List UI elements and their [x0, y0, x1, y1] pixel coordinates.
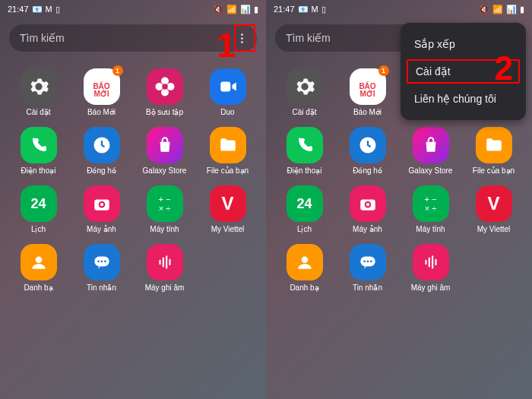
- app-label: Galaxy Store: [143, 166, 187, 175]
- svg-point-2: [155, 83, 163, 90]
- app-flower[interactable]: Bộ sưu tập: [135, 68, 194, 116]
- status-right: 🔇📶📊▮: [213, 5, 258, 14]
- svg-rect-35: [428, 258, 429, 268]
- app-label: Báo Mới: [353, 108, 382, 116]
- app-contacts[interactable]: Danh bạ: [275, 244, 334, 292]
- app-label: Đồng hồ: [87, 166, 116, 175]
- viettel-icon: V: [476, 185, 512, 222]
- app-phone[interactable]: Điện thoại: [9, 127, 68, 175]
- svg-point-0: [161, 78, 169, 85]
- app-store[interactable]: Galaxy Store: [135, 127, 194, 175]
- files-icon: [476, 127, 512, 163]
- svg-point-32: [366, 261, 369, 263]
- app-label: Galaxy Store: [409, 166, 453, 175]
- app-baomoi[interactable]: BÁO MỚI1Báo Mới: [72, 68, 131, 116]
- app-label: Máy tính: [416, 225, 445, 233]
- camera-icon: [350, 185, 386, 222]
- app-label: Điện thoại: [287, 166, 322, 175]
- app-label: Máy ảnh: [353, 225, 382, 233]
- screen-left: 21:47 📧M▯ 🔇📶📊▮ Tìm kiếm 1 Cài đặtBÁO MỚI…: [0, 0, 266, 399]
- app-clock[interactable]: Đồng hồ: [338, 127, 397, 175]
- app-viettel[interactable]: VMy Viettel: [464, 185, 523, 233]
- app-phone[interactable]: Điện thoại: [275, 127, 334, 175]
- app-msg[interactable]: Tin nhắn: [338, 244, 397, 292]
- annotation-number-2: 2: [495, 49, 513, 87]
- menu-item-contact[interactable]: Liên hệ chúng tôi: [401, 85, 526, 112]
- app-label: Cài đặt: [26, 108, 50, 116]
- status-bar: 21:47 📧M▯ 🔇📶📊▮: [0, 0, 266, 18]
- flower-icon: [147, 68, 183, 105]
- app-gear[interactable]: Cài đặt: [9, 68, 68, 116]
- app-label: My Viettel: [211, 225, 245, 233]
- svg-point-28: [366, 203, 369, 206]
- app-calc[interactable]: + −× ÷Máy tính: [135, 185, 194, 233]
- app-label: Tin nhắn: [353, 283, 382, 292]
- svg-point-3: [166, 83, 174, 90]
- status-left: 21:47 📧M▯: [8, 5, 60, 14]
- app-label: File của bạn: [207, 166, 249, 175]
- svg-rect-16: [162, 258, 163, 268]
- app-label: Bộ sưu tập: [146, 108, 183, 116]
- app-voice[interactable]: Máy ghi âm: [401, 244, 460, 292]
- svg-point-1: [161, 89, 169, 97]
- svg-point-31: [363, 261, 366, 263]
- annotation-number-1: 1: [217, 27, 236, 65]
- cal-icon: 24: [21, 185, 57, 222]
- app-duo[interactable]: Duo: [198, 68, 257, 116]
- app-files[interactable]: File của bạn: [198, 127, 257, 175]
- notification-badge: 1: [378, 65, 389, 76]
- app-voice[interactable]: Máy ghi âm: [135, 244, 194, 292]
- app-gear[interactable]: Cài đặt: [275, 68, 334, 116]
- search-placeholder: Tìm kiếm: [20, 32, 238, 44]
- msg-icon: [84, 244, 120, 280]
- annotation-highlight-more: [234, 24, 255, 52]
- app-grid: Cài đặtBÁO MỚI1Báo MớiBộ sưu tậpDuoĐiện …: [0, 58, 266, 302]
- calc-icon: + −× ÷: [147, 185, 183, 222]
- status-bar: 21:47 📧M▯ 🔇📶📊▮: [266, 0, 532, 18]
- app-viettel[interactable]: VMy Viettel: [198, 185, 257, 233]
- calc-icon: + −× ÷: [413, 185, 449, 222]
- app-label: Lịch: [31, 225, 46, 233]
- app-msg[interactable]: Tin nhắn: [72, 244, 131, 292]
- app-clock[interactable]: Đồng hồ: [72, 127, 131, 175]
- svg-rect-18: [169, 259, 170, 266]
- gear-icon: [287, 68, 323, 105]
- app-store[interactable]: Galaxy Store: [401, 127, 460, 175]
- app-label: Máy ghi âm: [145, 283, 185, 292]
- gear-icon: [21, 68, 57, 105]
- app-label: Duo: [220, 108, 234, 116]
- contacts-icon: [21, 244, 57, 280]
- svg-rect-17: [166, 255, 167, 268]
- svg-point-33: [370, 261, 372, 263]
- app-label: Tin nhắn: [87, 283, 116, 292]
- files-icon: [210, 127, 246, 163]
- notification-badge: 1: [112, 65, 123, 76]
- app-contacts[interactable]: Danh bạ: [9, 244, 68, 292]
- time: 21:47: [274, 5, 295, 14]
- app-baomoi[interactable]: BÁO MỚI1Báo Mới: [338, 68, 397, 116]
- baomoi-icon: BÁO MỚI1: [350, 68, 386, 105]
- app-files[interactable]: File của bạn: [464, 127, 523, 175]
- app-calc[interactable]: + −× ÷Máy tính: [401, 185, 460, 233]
- camera-icon: [84, 185, 120, 222]
- status-right: 🔇📶📊▮: [479, 5, 524, 14]
- app-cal[interactable]: 24Lịch: [9, 185, 68, 233]
- msg-icon: [350, 244, 386, 280]
- duo-icon: [210, 68, 246, 105]
- app-label: File của bạn: [473, 166, 515, 175]
- contacts-icon: [287, 244, 323, 280]
- app-label: My Viettel: [477, 225, 511, 233]
- clock-icon: [350, 127, 386, 163]
- app-label: Lịch: [297, 225, 312, 233]
- store-icon: [147, 127, 183, 163]
- app-camera[interactable]: Máy ảnh: [72, 185, 131, 233]
- svg-point-9: [100, 203, 103, 206]
- phone-icon: [21, 127, 57, 163]
- baomoi-icon: BÁO MỚI1: [84, 68, 120, 105]
- app-label: Danh bạ: [290, 283, 318, 292]
- app-camera[interactable]: Máy ảnh: [338, 185, 397, 233]
- app-cal[interactable]: 24Lịch: [275, 185, 334, 233]
- svg-rect-34: [425, 260, 426, 265]
- svg-point-10: [35, 256, 42, 263]
- cal-icon: 24: [287, 185, 323, 222]
